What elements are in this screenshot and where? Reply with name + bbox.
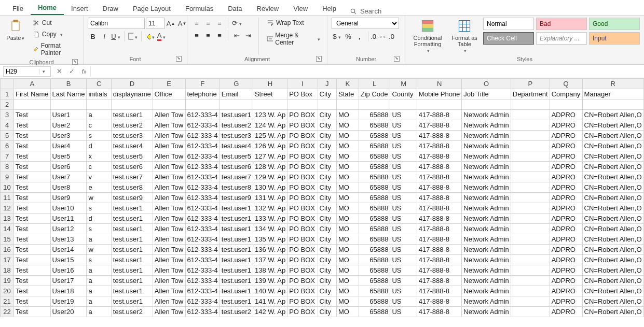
- cell[interactable]: a: [87, 286, 111, 296]
- cell[interactable]: 123 W. Ap: [253, 110, 287, 120]
- cell[interactable]: City: [318, 131, 336, 141]
- cell[interactable]: [287, 99, 318, 110]
- cell[interactable]: Test: [14, 182, 51, 193]
- cell[interactable]: Test: [14, 255, 51, 265]
- cell[interactable]: Test: [14, 296, 51, 307]
- cell[interactable]: State: [336, 89, 359, 99]
- cell[interactable]: ADPRO: [550, 296, 582, 307]
- cell[interactable]: test.user2: [111, 307, 153, 317]
- cell[interactable]: MO: [336, 120, 359, 131]
- cell[interactable]: PO BOX: [287, 286, 318, 296]
- cell[interactable]: First Name: [14, 89, 51, 99]
- cell[interactable]: a: [87, 307, 111, 317]
- cell[interactable]: 65888: [359, 131, 390, 141]
- cell[interactable]: 65888: [359, 141, 390, 151]
- cell[interactable]: [87, 99, 111, 110]
- cell[interactable]: 612-333-4: [185, 214, 220, 224]
- format-painter-button[interactable]: Format Painter: [30, 40, 79, 58]
- cell[interactable]: test.user1: [111, 234, 153, 245]
- borders-button[interactable]: [128, 31, 138, 41]
- style-normal[interactable]: Normal: [483, 18, 534, 30]
- cell[interactable]: 139 W. Ap: [253, 276, 287, 286]
- cell[interactable]: [318, 99, 336, 110]
- cell[interactable]: City: [318, 224, 336, 234]
- spreadsheet-grid[interactable]: ABCDEFGHIJKLMNOPQR1First NameLast Namein…: [0, 78, 644, 327]
- cell[interactable]: d: [87, 141, 111, 151]
- cell[interactable]: 612-333-4: [185, 224, 220, 234]
- cell[interactable]: ADPRO: [550, 120, 582, 131]
- cell[interactable]: [511, 234, 550, 245]
- cell[interactable]: 612-333-4: [185, 245, 220, 255]
- row-header-5[interactable]: 5: [1, 131, 14, 141]
- cell[interactable]: 417-888-8: [417, 151, 462, 162]
- cell[interactable]: US: [390, 234, 417, 245]
- cell[interactable]: Allen Tow: [153, 245, 185, 255]
- cell[interactable]: US: [390, 296, 417, 307]
- cell[interactable]: test.user1: [220, 224, 253, 234]
- cell[interactable]: City: [318, 89, 336, 99]
- cell[interactable]: CN=Robert Allen,O: [582, 203, 643, 214]
- cell[interactable]: US: [390, 255, 417, 265]
- cell[interactable]: User15: [50, 255, 87, 265]
- cell[interactable]: test.user9: [111, 193, 153, 203]
- cell[interactable]: test.user1: [111, 203, 153, 214]
- cell[interactable]: MO: [336, 265, 359, 276]
- cell[interactable]: Test: [14, 265, 51, 276]
- tab-data[interactable]: Data: [221, 2, 249, 15]
- cell[interactable]: Allen Tow: [153, 141, 185, 151]
- cell[interactable]: US: [390, 110, 417, 120]
- row-header-18[interactable]: 18: [1, 265, 14, 276]
- cell[interactable]: MO: [336, 131, 359, 141]
- cell[interactable]: [336, 99, 359, 110]
- cell[interactable]: Network Admin: [462, 151, 511, 162]
- cell[interactable]: [220, 99, 253, 110]
- tab-home[interactable]: Home: [31, 1, 64, 15]
- cell[interactable]: test.user1: [111, 110, 153, 120]
- cell[interactable]: test.user1: [111, 224, 153, 234]
- cell[interactable]: CN=Robert Allen,O: [582, 234, 643, 245]
- cell[interactable]: Allen Tow: [153, 307, 185, 317]
- cell[interactable]: 612-333-4: [185, 141, 220, 151]
- cell[interactable]: Allen Tow: [153, 120, 185, 131]
- cell[interactable]: telephone: [185, 89, 220, 99]
- number-format-select[interactable]: General: [332, 18, 399, 29]
- cell[interactable]: Network Admin: [462, 245, 511, 255]
- cell[interactable]: [511, 276, 550, 286]
- cell[interactable]: a: [87, 296, 111, 307]
- cell[interactable]: s: [87, 131, 111, 141]
- cell[interactable]: v: [87, 172, 111, 182]
- cell[interactable]: [511, 110, 550, 120]
- name-box-input[interactable]: [4, 68, 39, 75]
- increase-indent-button[interactable]: ⇥: [243, 30, 253, 40]
- cell[interactable]: MO: [336, 110, 359, 120]
- row-header-9[interactable]: 9: [1, 172, 14, 182]
- cell[interactable]: [511, 131, 550, 141]
- cell[interactable]: City: [318, 162, 336, 172]
- cell[interactable]: e: [87, 182, 111, 193]
- cell[interactable]: [511, 182, 550, 193]
- cell[interactable]: 417-888-8: [417, 214, 462, 224]
- cell[interactable]: User10: [50, 203, 87, 214]
- cell[interactable]: displayname: [111, 89, 153, 99]
- cell[interactable]: ADPRO: [550, 307, 582, 317]
- col-header-B[interactable]: B: [50, 79, 87, 89]
- cell[interactable]: [511, 141, 550, 151]
- col-header-A[interactable]: A: [14, 79, 51, 89]
- cell[interactable]: 612-333-4: [185, 255, 220, 265]
- cell[interactable]: s: [87, 224, 111, 234]
- col-header-R[interactable]: R: [582, 79, 643, 89]
- cell[interactable]: ADPRO: [550, 141, 582, 151]
- align-left-button[interactable]: ≡: [191, 30, 202, 40]
- cell[interactable]: test.user1: [111, 265, 153, 276]
- style-explanatory[interactable]: Explanatory ...: [536, 32, 587, 45]
- cell[interactable]: 612-333-4: [185, 182, 220, 193]
- cell[interactable]: Allen Tow: [153, 203, 185, 214]
- cell[interactable]: [111, 99, 153, 110]
- cell[interactable]: City: [318, 234, 336, 245]
- row-header-19[interactable]: 19: [1, 276, 14, 286]
- cell[interactable]: 417-888-8: [417, 276, 462, 286]
- cell[interactable]: PO BOX: [287, 214, 318, 224]
- cell[interactable]: test.user1: [111, 276, 153, 286]
- cell[interactable]: 126 W. Ap: [253, 141, 287, 151]
- cell[interactable]: 417-888-8: [417, 172, 462, 182]
